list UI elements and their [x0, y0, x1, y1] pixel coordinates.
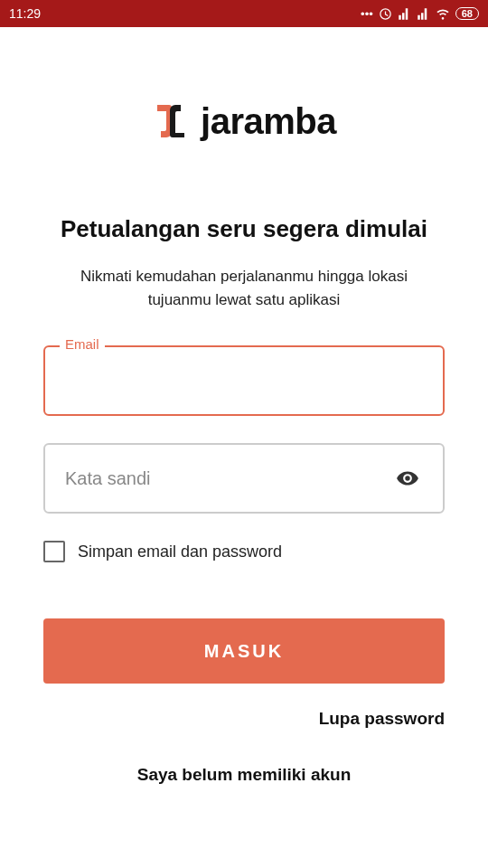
logo-icon [152, 99, 190, 143]
signal-icon [398, 7, 411, 21]
email-input[interactable] [65, 371, 423, 392]
status-right: ••• 68 [361, 6, 479, 21]
remember-label: Simpan email dan password [78, 542, 282, 561]
more-icon: ••• [361, 7, 373, 21]
email-label: Email [60, 336, 105, 352]
email-field-wrap: Email [43, 345, 445, 416]
brand-name: jaramba [201, 101, 336, 142]
login-form: Email Simpan email dan password MASUK Lu… [43, 345, 445, 785]
page-subtext: Nikmati kemudahan perjalananmu hingga lo… [43, 265, 445, 311]
login-button[interactable]: MASUK [43, 618, 445, 684]
battery-badge: 68 [455, 7, 479, 20]
password-outline[interactable] [43, 443, 445, 514]
toggle-password-visibility[interactable] [392, 463, 423, 494]
signal-icon-2 [417, 7, 430, 21]
remember-row[interactable]: Simpan email dan password [43, 541, 445, 562]
alarm-icon [379, 7, 392, 21]
page-headline: Petualangan seru segera dimulai [43, 215, 445, 243]
status-time: 11:29 [9, 6, 41, 21]
remember-checkbox[interactable] [43, 541, 65, 562]
wifi-icon [436, 6, 450, 21]
eye-icon [396, 467, 419, 490]
email-outline[interactable] [43, 345, 445, 416]
password-input[interactable] [65, 468, 392, 489]
forgot-password-link[interactable]: Lupa password [43, 709, 445, 729]
no-account-link[interactable]: Saya belum memiliki akun [43, 765, 445, 785]
brand-logo: jaramba [43, 99, 445, 143]
password-field-wrap [43, 443, 445, 514]
status-bar: 11:29 ••• 68 [0, 0, 488, 27]
